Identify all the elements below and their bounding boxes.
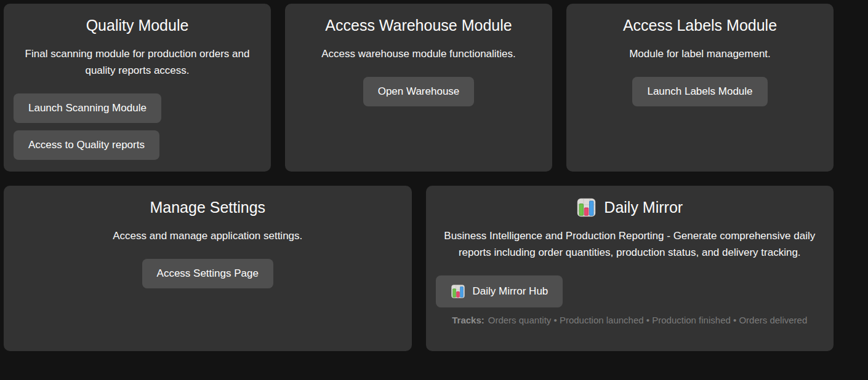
- tracks-footer: Tracks:Orders quantity • Production laun…: [436, 315, 824, 325]
- tracks-items: Orders quantity • Production launched • …: [488, 315, 808, 325]
- daily-mirror-actions: Daily Mirror Hub: [436, 275, 824, 307]
- warehouse-module-description: Access warehouse module functionalities.: [300, 46, 537, 62]
- open-warehouse-button[interactable]: Open Warehouse: [363, 77, 475, 106]
- daily-mirror-hub-button[interactable]: Daily Mirror Hub: [436, 275, 563, 307]
- quality-module-title: Quality Module: [14, 15, 261, 36]
- access-settings-page-button[interactable]: Access Settings Page: [142, 259, 273, 288]
- quality-module-actions: Launch Scanning Module Access to Quality…: [14, 93, 261, 160]
- warehouse-module-title: Access Warehouse Module: [295, 15, 542, 36]
- manage-settings-description: Access and manage application settings.: [18, 228, 397, 244]
- quality-module-description: Final scanning module for production ord…: [18, 46, 256, 79]
- daily-mirror-title-row: Daily Mirror: [436, 197, 824, 218]
- card-access-labels-module: Access Labels Module Module for label ma…: [566, 4, 834, 172]
- labels-module-actions: Launch Labels Module: [576, 77, 824, 106]
- launch-scanning-module-button[interactable]: Launch Scanning Module: [14, 93, 161, 123]
- dashboard-row-bottom: Manage Settings Access and manage applic…: [4, 186, 834, 351]
- card-access-warehouse-module: Access Warehouse Module Access warehouse…: [285, 4, 552, 172]
- manage-settings-title: Manage Settings: [14, 197, 402, 218]
- modules-dashboard: Quality Module Final scanning module for…: [4, 4, 834, 351]
- access-quality-reports-button[interactable]: Access to Quality reports: [14, 130, 159, 160]
- daily-mirror-hub-label: Daily Mirror Hub: [473, 285, 549, 298]
- card-manage-settings: Manage Settings Access and manage applic…: [4, 186, 412, 351]
- card-daily-mirror: Daily Mirror Business Intelligence and P…: [426, 186, 834, 351]
- bar-chart-icon: [451, 284, 465, 299]
- launch-labels-module-button[interactable]: Launch Labels Module: [632, 77, 767, 106]
- manage-settings-actions: Access Settings Page: [14, 259, 402, 288]
- labels-module-description: Module for label management.: [581, 46, 819, 62]
- dashboard-row-top: Quality Module Final scanning module for…: [4, 4, 834, 172]
- warehouse-module-actions: Open Warehouse: [295, 77, 542, 106]
- tracks-label: Tracks:: [452, 315, 484, 325]
- daily-mirror-description: Business Intelligence and Production Rep…: [441, 228, 819, 261]
- card-quality-module: Quality Module Final scanning module for…: [4, 4, 271, 172]
- daily-mirror-title: Daily Mirror: [604, 197, 683, 218]
- bar-chart-icon: [576, 197, 597, 218]
- labels-module-title: Access Labels Module: [576, 15, 824, 36]
